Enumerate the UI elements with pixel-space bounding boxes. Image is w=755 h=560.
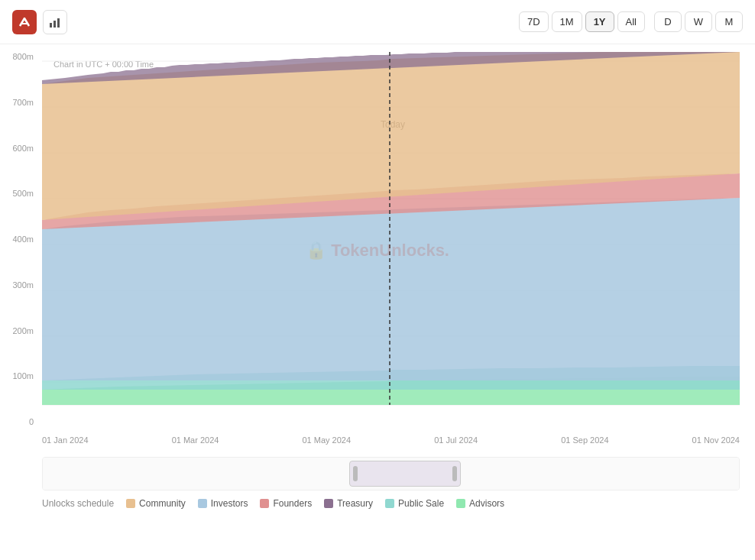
chart-container: Chart in UTC + 00:00 Time Today 800m 700… — [0, 44, 755, 457]
chart-scrollbar[interactable] — [42, 457, 740, 490]
time-1m-button[interactable]: 1M — [552, 11, 582, 32]
interval-w-button[interactable]: W — [685, 11, 712, 32]
public-sale-label: Public Sale — [398, 498, 444, 509]
time-1y-button[interactable]: 1Y — [585, 11, 614, 32]
header: 7D 1M 1Y All D W M — [0, 0, 755, 44]
svg-rect-1 — [50, 23, 52, 28]
x-nov: 01 Nov 2024 — [692, 435, 740, 445]
treasury-label: Treasury — [337, 498, 373, 509]
investors-label: Investors — [211, 498, 248, 509]
y-600: 600m — [12, 144, 34, 153]
svg-rect-2 — [53, 21, 56, 28]
legend-title: Unlocks schedule — [42, 498, 114, 509]
main-chart-svg — [42, 52, 740, 426]
founders-dot — [260, 499, 269, 508]
scrollbar-right-handle[interactable] — [452, 466, 457, 481]
legend: Unlocks schedule Community Investors Fou… — [0, 490, 755, 516]
x-mar: 01 Mar 2024 — [172, 435, 219, 445]
investors-dot — [198, 499, 207, 508]
header-right: 7D 1M 1Y All D W M — [519, 11, 743, 32]
y-700: 700m — [12, 98, 34, 107]
svg-rect-3 — [57, 18, 60, 28]
x-jan: 01 Jan 2024 — [42, 435, 89, 445]
legend-investors: Investors — [198, 498, 248, 509]
y-100: 100m — [12, 371, 34, 380]
time-7d-button[interactable]: 7D — [519, 11, 549, 32]
scrollbar-left-handle[interactable] — [353, 466, 358, 481]
time-all-button[interactable]: All — [617, 11, 645, 32]
advisors-label: Advisors — [469, 498, 504, 509]
advisors-dot — [456, 499, 465, 508]
x-axis: 01 Jan 2024 01 Mar 2024 01 May 2024 01 J… — [42, 435, 740, 445]
legend-public-sale: Public Sale — [385, 498, 444, 509]
interval-d-button[interactable]: D — [654, 11, 682, 32]
x-may: 01 May 2024 — [302, 435, 351, 445]
y-0: 0 — [29, 417, 34, 426]
y-200: 200m — [12, 326, 34, 335]
treasury-dot — [324, 499, 333, 508]
community-dot — [126, 499, 135, 508]
founders-label: Founders — [273, 498, 312, 509]
y-400: 400m — [12, 235, 34, 244]
scrollbar-thumb[interactable] — [349, 461, 461, 487]
chart-type-button[interactable] — [43, 10, 67, 34]
y-300: 300m — [12, 280, 34, 290]
x-jul: 01 Jul 2024 — [434, 435, 478, 445]
x-sep: 01 Sep 2024 — [561, 435, 608, 445]
legend-advisors: Advisors — [456, 498, 504, 509]
logo-icon — [12, 10, 37, 34]
community-label: Community — [139, 498, 186, 509]
legend-treasury: Treasury — [324, 498, 373, 509]
legend-founders: Founders — [260, 498, 312, 509]
y-800: 800m — [12, 52, 34, 61]
public-sale-dot — [385, 499, 394, 508]
y-axis: 800m 700m 600m 500m 400m 300m 200m 100m … — [0, 52, 38, 426]
interval-m-button[interactable]: M — [715, 11, 743, 32]
header-left — [12, 10, 67, 34]
y-500: 500m — [12, 189, 34, 198]
legend-community: Community — [126, 498, 186, 509]
